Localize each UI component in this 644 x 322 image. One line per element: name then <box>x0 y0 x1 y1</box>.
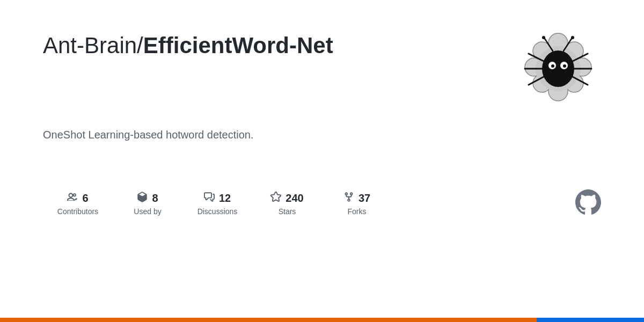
svg-point-13 <box>563 64 566 68</box>
stat-discussions[interactable]: 12 Discussions <box>182 192 252 216</box>
stat-stars-top: 240 <box>270 192 303 205</box>
package-icon <box>137 192 148 205</box>
used-by-label: Used by <box>134 207 161 216</box>
bottom-bar-orange <box>0 318 537 322</box>
discussions-label: Discussions <box>197 207 238 216</box>
github-avatar-container[interactable] <box>575 189 601 217</box>
repo-name: EfficientWord-Net <box>143 33 333 58</box>
repo-logo-svg <box>515 27 601 113</box>
svg-point-22 <box>542 36 545 39</box>
people-icon <box>67 192 78 205</box>
repo-logo <box>515 27 601 113</box>
stars-count: 240 <box>286 192 303 204</box>
stat-used-by-top: 8 <box>137 192 158 205</box>
stars-label: Stars <box>279 207 296 216</box>
bottom-bar-blue <box>537 318 644 322</box>
repo-owner: Ant-Brain/ <box>43 33 143 58</box>
used-by-count: 8 <box>152 192 158 204</box>
stat-contributors[interactable]: 6 Contributors <box>43 192 113 216</box>
svg-point-23 <box>571 36 574 39</box>
fork-icon <box>343 192 354 205</box>
svg-point-12 <box>551 64 554 68</box>
comment-icon <box>204 192 215 205</box>
stat-discussions-top: 12 <box>204 192 231 205</box>
stat-forks[interactable]: 37 Forks <box>322 192 392 216</box>
contributors-count: 6 <box>82 192 88 204</box>
forks-label: Forks <box>348 207 367 216</box>
forks-count: 37 <box>358 192 370 204</box>
stat-used-by[interactable]: 8 Used by <box>113 192 182 216</box>
repo-title: Ant-Brain/EfficientWord-Net <box>43 32 333 59</box>
discussions-count: 12 <box>219 192 231 204</box>
bottom-bar <box>0 318 644 322</box>
contributors-label: Contributors <box>57 207 98 216</box>
stats-row: 6 Contributors 8 Used by <box>43 189 601 217</box>
svg-point-9 <box>542 50 574 87</box>
stat-forks-top: 37 <box>343 192 370 205</box>
stat-contributors-top: 6 <box>67 192 88 205</box>
star-icon <box>270 192 281 205</box>
repo-header: Ant-Brain/EfficientWord-Net <box>43 32 601 113</box>
stat-stars[interactable]: 240 Stars <box>252 192 322 216</box>
main-content: Ant-Brain/EfficientWord-Net <box>0 0 644 217</box>
github-avatar-icon <box>575 189 601 215</box>
repo-description: OneShot Learning-based hotword detection… <box>43 129 601 141</box>
